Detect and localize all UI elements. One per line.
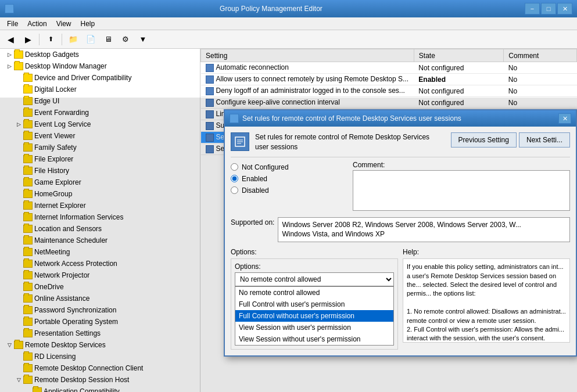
toolbar-up[interactable]: ⬆ [42,32,59,47]
options-help-row: Options: Options: No remote control allo… [231,248,570,350]
comment-textarea[interactable] [353,170,570,211]
menu-file[interactable]: File [2,19,23,29]
folder-icon [14,51,23,59]
radio-enabled[interactable]: Enabled [231,175,347,183]
col-header-comment[interactable]: Comment [504,49,577,62]
tree-item-desktop-window-manager[interactable]: ▷ Desktop Window Manager [0,60,200,72]
help-section: Help: If you enable this policy setting,… [403,248,570,350]
toolbar: ◀ ▶ ⬆ 📁 📄 🖥 ⚙ ▼ [0,30,577,49]
next-setting-button[interactable]: Next Setti... [519,132,570,148]
window-title: Group Policy Management Editor [17,5,525,13]
col-header-state[interactable]: State [414,49,504,62]
cell-state: Not configured [414,62,504,74]
modal-setting-title: Set rules for remote control of Remote D… [255,132,445,152]
dropdown-list: No remote control allowed Full Control w… [235,286,394,346]
setting-icon [206,87,214,95]
minimize-button[interactable]: − [525,3,540,15]
modal-setting-icon [231,132,249,151]
tree-label: Digital Locker [34,85,77,93]
options-section: Options: Options: No remote control allo… [231,248,398,350]
options-outer-label: Options: [231,248,398,256]
folder-icon [23,85,33,93]
setting-icon [206,75,214,84]
toolbar-separator-2 [62,34,62,45]
modal-content: Set rules for remote control of Remote D… [225,127,576,355]
toolbar-forward[interactable]: ▶ [20,32,36,47]
modal-title-icon [230,114,239,123]
supported-box: Windows Server 2008 R2, Windows Server 2… [278,217,570,243]
help-box: If you enable this policy setting, admin… [403,258,570,343]
supported-text: Windows Server 2008 R2, Windows Server 2… [282,221,521,229]
radio-disabled-label: Disabled [242,186,269,195]
expand-icon[interactable]: ▷ [5,50,14,59]
table-row[interactable]: Allow users to connect remotely by using… [201,74,577,85]
close-button[interactable]: ✕ [557,3,572,15]
tree-item-device-driver-compat[interactable]: Device and Driver Compatibility [0,72,200,84]
tree-label: Desktop Window Manager [25,62,107,70]
radio-disabled[interactable]: Disabled [231,186,347,195]
cell-state: Enabled [414,74,504,85]
supported-row: Supported on: Windows Server 2008 R2, Wi… [231,217,570,243]
radio-disabled-input[interactable] [231,186,238,194]
dropdown-item-view-noperm[interactable]: View Session without user's permission [235,333,393,345]
window-controls: − □ ✕ [525,3,572,15]
cell-setting: Deny logoff of an administrator logged i… [201,85,414,97]
help-label: Help: [403,248,570,256]
modal-title-bar: Set rules for remote control of Remote D… [225,110,576,127]
setting-icon [206,64,214,72]
radio-not-configured-input[interactable] [231,163,238,171]
col-header-setting[interactable]: Setting [201,49,414,62]
modal-left: Not Configured Enabled Disabled [231,161,347,213]
tree-item-desktop-gadgets[interactable]: ▷ Desktop Gadgets [0,49,200,60]
main-area: ▷ Desktop Gadgets ▷ Desktop Window Manag… [0,49,577,392]
tree-label: Device and Driver Compatibility [34,74,131,82]
expand-icon[interactable]: ▷ [5,62,14,71]
radio-not-configured[interactable]: Not Configured [231,163,347,171]
modal-title-text: Set rules for remote control of Remote D… [242,114,558,123]
remote-control-dropdown[interactable]: No remote control allowed Full Control w… [235,272,394,286]
dropdown-item-full-control-perm[interactable]: Full Control with user's permission [235,299,393,310]
menu-view[interactable]: View [52,19,76,29]
tree-item-digital-locker[interactable]: Digital Locker [0,84,200,95]
modal-close-button[interactable]: ✕ [558,113,571,124]
radio-not-configured-label: Not Configured [242,163,289,171]
toolbar-monitor[interactable]: 🖥 [100,32,116,47]
menu-bar: File Action View Help [0,17,577,30]
folder-icon [23,74,33,82]
cell-setting: Allow users to connect remotely by using… [201,74,414,85]
supported-text-2: Windows Vista, and Windows XP [282,230,385,238]
cell-comment: No [504,62,577,74]
table-row[interactable]: Automatic reconnectionNot configuredNo [201,62,577,74]
help-text: If you enable this policy setting, admin… [407,263,566,343]
menu-help[interactable]: Help [76,19,100,29]
modal-separator-1 [231,157,570,157]
title-bar: Group Policy Management Editor − □ ✕ [0,0,577,17]
cell-state: Not configured [414,85,504,97]
radio-group: Not Configured Enabled Disabled [231,163,347,195]
modal-body: Not Configured Enabled Disabled [231,161,570,213]
supported-label: Supported on: [231,217,274,226]
prev-setting-button[interactable]: Previous Setting [451,132,517,148]
toolbar-back[interactable]: ◀ [2,32,19,47]
modal-header-row: Set rules for remote control of Remote D… [231,132,570,152]
cell-comment: No [504,74,577,85]
toolbar-settings[interactable]: ⚙ [117,32,134,47]
dropdown-item-full-control-noperm[interactable]: Full Control without user's permission [235,310,393,322]
cell-setting: Automatic reconnection [201,62,414,74]
dropdown-item-view-perm[interactable]: View Session with user's permission [235,322,393,333]
dropdown-item-no-control[interactable]: No remote control allowed [235,287,393,299]
toolbar-separator-1 [39,34,40,45]
options-inner-label: Options: [235,262,394,271]
table-row[interactable]: Deny logoff of an administrator logged i… [201,85,577,97]
app-icon [5,4,14,13]
modal-right: Comment: [353,161,570,213]
menu-action[interactable]: Action [23,19,51,29]
maximize-button[interactable]: □ [541,3,556,15]
toolbar-folder[interactable]: 📁 [65,32,81,47]
radio-enabled-input[interactable] [231,175,238,182]
modal-nav-buttons: Previous Setting Next Setti... [451,132,570,148]
toolbar-filter[interactable]: ▼ [135,32,151,47]
radio-enabled-label: Enabled [242,175,267,183]
tree-label: Desktop Gadgets [25,51,79,59]
toolbar-doc[interactable]: 📄 [83,32,99,47]
